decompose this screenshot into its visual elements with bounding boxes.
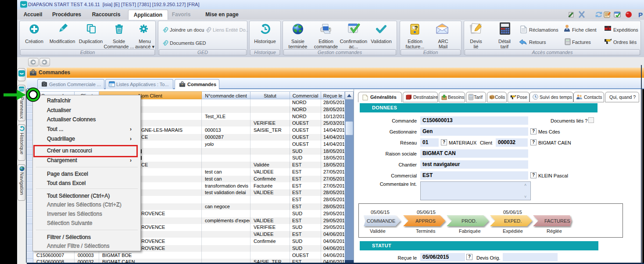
svg-text:APPROS: APPROS: [415, 218, 436, 224]
svg-text:P: P: [638, 11, 643, 18]
svg-text:EXPED.: EXPED.: [504, 218, 522, 224]
svg-text:?: ?: [415, 25, 418, 31]
svg-text:PROD.: PROD.: [462, 218, 477, 224]
svg-text:FACTURES: FACTURES: [544, 218, 570, 224]
svg-text:COMMANDE: COMMANDE: [367, 218, 395, 224]
